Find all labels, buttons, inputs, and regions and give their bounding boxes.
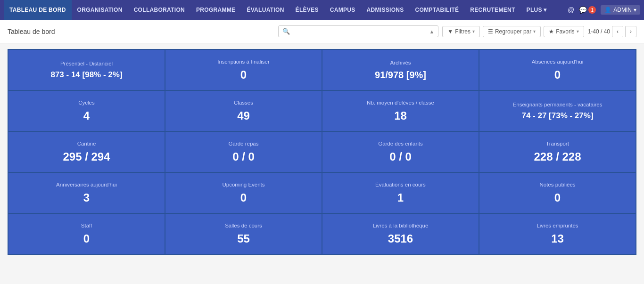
notifications-icon[interactable]: 💬 1 — [579, 6, 596, 14]
nav-item-admissions[interactable]: ADMISSIONS — [361, 0, 410, 20]
card-label-17: Salles de cours — [225, 222, 262, 229]
group-by-button[interactable]: ☰ Regrouper par ▾ — [483, 26, 541, 37]
dashboard-card-16[interactable]: Staff0 — [8, 214, 165, 254]
dashboard-card-13[interactable]: Upcoming Events0 — [165, 173, 322, 213]
admin-label: ADMIN — [613, 7, 632, 13]
card-label-15: Notes publiées — [539, 181, 575, 188]
nav-item-collaboration[interactable]: COLLABORATION — [128, 0, 190, 20]
nav-item-comptabilit-[interactable]: COMPTABILITÉ — [410, 0, 465, 20]
pagination-text: 1-40 / 40 — [588, 28, 610, 35]
search-dropdown-arrow[interactable]: ▲ — [429, 29, 434, 34]
card-label-6: Nb. moyen d'élèves / classe — [367, 99, 434, 106]
nav-item--valuation[interactable]: ÉVALUATION — [241, 0, 289, 20]
card-value-3: 0 — [554, 68, 561, 82]
card-value-16: 0 — [83, 232, 90, 246]
card-value-19: 13 — [551, 232, 564, 246]
card-value-10: 0 / 0 — [389, 150, 412, 164]
card-label-19: Livres empruntés — [537, 222, 578, 229]
card-label-3: Absences aujourd'hui — [532, 58, 584, 65]
filters-caret: ▾ — [472, 29, 475, 34]
dashboard-card-0[interactable]: Présentiel - Distanciel873 - 14 [98% - 2… — [8, 50, 165, 90]
dashboard-card-10[interactable]: Garde des enfants0 / 0 — [322, 132, 479, 172]
card-value-12: 3 — [83, 191, 90, 205]
card-value-11: 228 / 228 — [534, 150, 581, 164]
card-label-4: Cycles — [78, 99, 95, 106]
card-label-14: Évaluations en cours — [375, 181, 426, 188]
search-icon: 🔍 — [282, 28, 290, 35]
search-box[interactable]: 🔍 ▲ — [278, 25, 438, 37]
dashboard-card-7[interactable]: Enseignants permanents - vacataires74 - … — [479, 91, 636, 131]
dashboard-card-14[interactable]: Évaluations en cours1 — [322, 173, 479, 213]
dashboard-card-11[interactable]: Transport228 / 228 — [479, 132, 636, 172]
toolbar: Tableau de bord 🔍 ▲ ▼ Filtres ▾ ☰ Regrou… — [0, 20, 644, 43]
card-label-12: Anniversaires aujourd'hui — [56, 181, 117, 188]
card-label-10: Garde des enfants — [378, 140, 423, 147]
card-value-15: 0 — [554, 191, 561, 205]
dashboard-card-19[interactable]: Livres empruntés13 — [479, 214, 636, 254]
nav-item-plus[interactable]: PLUS ▾ — [521, 0, 553, 20]
card-value-0: 873 - 14 [98% - 2%] — [50, 70, 122, 80]
card-label-7: Enseignants permanents - vacataires — [513, 101, 603, 108]
card-value-17: 55 — [237, 232, 250, 246]
card-value-5: 49 — [237, 109, 250, 123]
group-label: Regrouper par — [495, 28, 531, 35]
main-content: Présentiel - Distanciel873 - 14 [98% - 2… — [0, 43, 644, 284]
card-label-8: Cantine — [77, 140, 96, 147]
dashboard-card-18[interactable]: Livres à la bibliothèque3516 — [322, 214, 479, 254]
card-label-1: Inscriptions à finaliser — [217, 58, 270, 65]
card-value-1: 0 — [240, 68, 247, 82]
nav-item-programme[interactable]: PROGRAMME — [190, 0, 241, 20]
nav-item--l-ves[interactable]: ÉLÈVES — [290, 0, 324, 20]
card-label-18: Livres à la bibliothèque — [373, 222, 429, 229]
breadcrumb: Tableau de bord — [8, 28, 55, 35]
nav-item-recrutement[interactable]: RECRUTEMENT — [464, 0, 520, 20]
filters-label: Filtres — [455, 28, 471, 35]
at-icon[interactable]: @ — [568, 6, 574, 14]
search-input[interactable] — [292, 28, 429, 35]
star-icon: ★ — [549, 28, 554, 35]
card-label-16: Staff — [81, 222, 92, 229]
card-value-6: 18 — [394, 109, 407, 123]
dashboard-card-8[interactable]: Cantine295 / 294 — [8, 132, 165, 172]
avatar-icon: 👤 — [604, 7, 611, 13]
dashboard-card-2[interactable]: Archivés91/978 [9%] — [322, 50, 479, 90]
admin-caret: ▾ — [634, 7, 636, 13]
card-value-13: 0 — [240, 191, 247, 205]
dashboard-card-3[interactable]: Absences aujourd'hui0 — [479, 50, 636, 90]
navbar: TABLEAU DE BORDORGANISATIONCOLLABORATION… — [0, 0, 644, 20]
dashboard-card-5[interactable]: Classes49 — [165, 91, 322, 131]
dashboard-card-4[interactable]: Cycles4 — [8, 91, 165, 131]
dashboard-card-6[interactable]: Nb. moyen d'élèves / classe18 — [322, 91, 479, 131]
dashboard-card-15[interactable]: Notes publiées0 — [479, 173, 636, 213]
filter-buttons: ▼ Filtres ▾ ☰ Regrouper par ▾ ★ Favoris … — [442, 26, 584, 37]
notification-count: 1 — [588, 6, 596, 14]
pagination: 1-40 / 40 ‹ › — [588, 26, 636, 37]
filter-icon: ▼ — [447, 28, 453, 35]
nav-item-campus[interactable]: CAMPUS — [324, 0, 361, 20]
card-value-18: 3516 — [388, 232, 413, 246]
dashboard-card-9[interactable]: Garde repas0 / 0 — [165, 132, 322, 172]
card-value-9: 0 / 0 — [232, 150, 255, 164]
admin-menu[interactable]: 👤 ADMIN ▾ — [601, 5, 640, 15]
next-page-button[interactable]: › — [625, 26, 636, 37]
prev-page-button[interactable]: ‹ — [612, 26, 623, 37]
card-value-7: 74 - 27 [73% - 27%] — [521, 111, 593, 121]
card-value-14: 1 — [397, 191, 404, 205]
card-label-0: Présentiel - Distanciel — [60, 60, 113, 67]
favorites-caret: ▾ — [577, 29, 579, 34]
card-label-11: Transport — [546, 140, 569, 147]
dashboard-card-1[interactable]: Inscriptions à finaliser0 — [165, 50, 322, 90]
favorites-button[interactable]: ★ Favoris ▾ — [544, 26, 584, 37]
dashboard-card-17[interactable]: Salles de cours55 — [165, 214, 322, 254]
dashboard-grid: Présentiel - Distanciel873 - 14 [98% - 2… — [8, 49, 636, 255]
card-label-13: Upcoming Events — [222, 181, 264, 188]
nav-item-organisation[interactable]: ORGANISATION — [72, 0, 128, 20]
filters-button[interactable]: ▼ Filtres ▾ — [442, 26, 480, 37]
list-icon: ☰ — [488, 28, 493, 35]
nav-item-tableau-de-bord[interactable]: TABLEAU DE BORD — [4, 0, 72, 20]
card-label-9: Garde repas — [229, 140, 259, 147]
card-label-5: Classes — [234, 99, 253, 106]
card-value-4: 4 — [83, 109, 90, 123]
dashboard-card-12[interactable]: Anniversaires aujourd'hui3 — [8, 173, 165, 213]
group-caret: ▾ — [533, 29, 536, 34]
